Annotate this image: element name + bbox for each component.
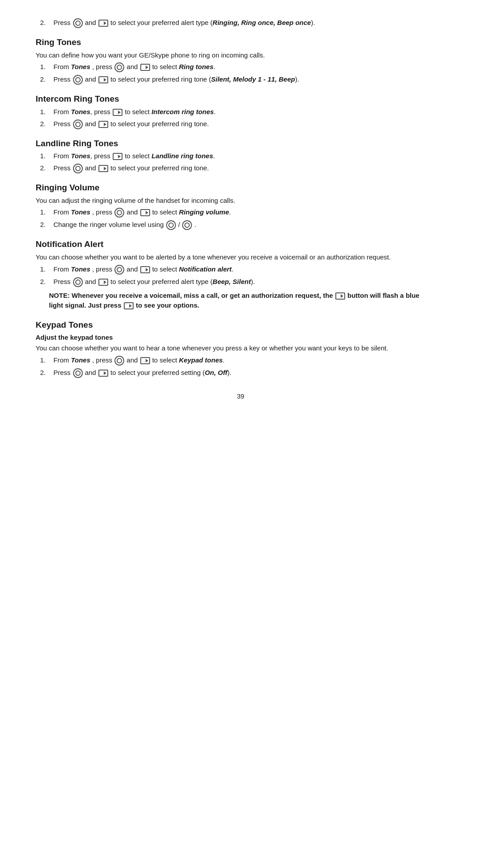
nav-button-icon [73, 164, 83, 173]
notification-step2: 2. Press and to select your preferred al… [40, 277, 445, 287]
menu-button-icon [140, 209, 150, 216]
nav-button-icon [73, 277, 83, 287]
intro-step2: 2. Press and to select your preferred al… [40, 18, 445, 28]
ring-tones-body: You can define how you want your GE/Skyp… [36, 50, 445, 60]
intercom-ring-tones-heading: Intercom Ring Tones [36, 93, 445, 105]
nav-button-icon [114, 208, 124, 218]
ring-tones-step2: 2. Press and to select your preferred ri… [40, 74, 445, 85]
menu-button-icon [140, 266, 150, 273]
menu-button-icon [98, 279, 108, 286]
intercom-step2: 2. Press and to select your preferred ri… [40, 119, 445, 129]
ringing-volume-body: You can adjust the ringing volume of the… [36, 196, 445, 206]
note-box: NOTE: Whenever you receive a voicemail, … [49, 291, 432, 311]
landline-step1: 1. From Tones, press to select Landline … [40, 151, 445, 161]
notification-alert-heading: Notification Alert [36, 238, 445, 251]
nav-button-icon [73, 18, 83, 28]
nav-button-icon [73, 119, 83, 129]
menu-button-icon [113, 109, 122, 116]
nav-button-icon [114, 356, 124, 366]
menu-button-icon [140, 357, 150, 364]
notification-step1: 1. From Tones , press and to select Noti… [40, 264, 445, 275]
ring-tones-step1: 1. From Tones , press and to select Ring… [40, 62, 445, 72]
ring-tones-heading: Ring Tones [36, 36, 445, 49]
menu-button-icon [335, 292, 345, 300]
ringing-volume-heading: Ringing Volume [36, 181, 445, 194]
keypad-step1: 1. From Tones , press and to select Keyp… [40, 355, 445, 366]
nav-button-icon2 [182, 220, 192, 230]
menu-button-icon [98, 76, 108, 83]
page-number: 39 [36, 391, 445, 401]
nav-button-icon [114, 62, 124, 72]
landline-ring-tones-heading: Landline Ring Tones [36, 137, 445, 150]
keypad-tones-heading: Keypad Tones [36, 319, 445, 331]
keypad-tones-subheading: Adjust the keypad tones [36, 333, 445, 342]
menu-button-icon [98, 165, 108, 172]
nav-button-icon [73, 75, 83, 85]
menu-button-icon [98, 20, 108, 27]
nav-button-icon [166, 220, 176, 230]
keypad-tones-body: You can choose whether you want to hear … [36, 343, 445, 353]
keypad-step2: 2. Press and to select your preferred se… [40, 368, 445, 378]
menu-button-icon [124, 302, 134, 309]
ringing-volume-step1: 1. From Tones , press and to select Ring… [40, 207, 445, 218]
menu-button-icon [140, 64, 150, 71]
nav-button-icon [73, 368, 83, 378]
menu-button-icon [98, 370, 108, 377]
menu-button-icon [113, 153, 122, 160]
landline-step2: 2. Press and to select your preferred ri… [40, 163, 445, 173]
menu-button-icon [98, 121, 108, 128]
notification-alert-body: You can choose whether you want to be al… [36, 252, 445, 262]
intercom-step1: 1. From Tones, press to select Intercom … [40, 107, 445, 117]
nav-button-icon [114, 265, 124, 275]
ringing-volume-step2: 2. Change the ringer volume level using … [40, 220, 445, 230]
